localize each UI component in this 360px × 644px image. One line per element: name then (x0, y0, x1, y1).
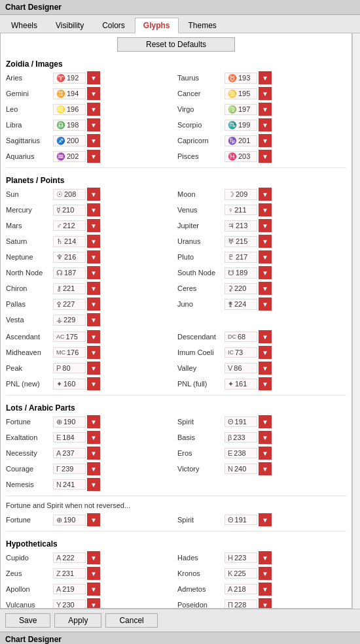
list-item: PNL (new) ✦ 160 ▼ (6, 377, 175, 391)
pnlnew-dropdown[interactable]: ▼ (87, 377, 100, 390)
victory-dropdown[interactable]: ▼ (259, 462, 272, 475)
hades-value: Η 223 (225, 552, 257, 563)
pallas-dropdown[interactable]: ▼ (87, 297, 100, 311)
cancer-value: ♋ 195 (225, 88, 257, 99)
imumcoeli-dropdown[interactable]: ▼ (259, 346, 272, 359)
list-item: Ceres ⚳ 220 ▼ (177, 281, 346, 296)
list-item: Ascendant AC 175 ▼ (6, 330, 175, 344)
peak-dropdown[interactable]: ▼ (87, 362, 100, 375)
libra-dropdown[interactable]: ▼ (87, 118, 100, 131)
pluto-dropdown[interactable]: ▼ (259, 250, 272, 263)
ceres-label: Ceres (177, 284, 225, 292)
cancer-dropdown[interactable]: ▼ (259, 87, 272, 100)
cupido-label: Cupido (6, 554, 53, 562)
fortune-dropdown[interactable]: ▼ (87, 415, 100, 428)
descendant-dropdown[interactable]: ▼ (259, 330, 272, 343)
basis-label: Basis (177, 433, 225, 441)
courage-dropdown[interactable]: ▼ (87, 462, 100, 475)
vesta-dropdown[interactable]: ▼ (87, 313, 100, 326)
exaltation-value: Ε 184 (53, 432, 86, 443)
spirit-dropdown[interactable]: ▼ (259, 415, 272, 428)
list-item: Courage Γ 239 ▼ (6, 462, 175, 476)
moon-dropdown[interactable]: ▼ (259, 188, 272, 201)
pisces-dropdown[interactable]: ▼ (259, 150, 272, 163)
aries-value: ♈ 192 (53, 73, 86, 84)
list-item: Fortune ⊕ 190 ▼ (6, 415, 175, 429)
tab-wheels[interactable]: Wheels (3, 18, 46, 33)
pnlfull-dropdown[interactable]: ▼ (259, 377, 272, 390)
chiron-dropdown[interactable]: ▼ (87, 282, 100, 295)
scorpio-dropdown[interactable]: ▼ (259, 118, 272, 131)
list-item (177, 313, 346, 327)
poseidon-dropdown[interactable]: ▼ (259, 598, 272, 609)
aquarius-dropdown[interactable]: ▼ (87, 150, 100, 163)
apply-button[interactable]: Apply (54, 613, 101, 628)
apollon-value: Α 219 (53, 584, 86, 594)
sun-dropdown[interactable]: ▼ (87, 188, 100, 201)
list-item: Moon ☽ 209 ▼ (177, 187, 346, 201)
fortune2-dropdown[interactable]: ▼ (87, 513, 100, 526)
moon-value: ☽ 209 (225, 189, 257, 200)
save-button[interactable]: Save (5, 613, 50, 628)
apollon-dropdown[interactable]: ▼ (87, 583, 100, 596)
tab-colors[interactable]: Colors (94, 18, 134, 33)
vesta-value: ⚶ 229 (53, 314, 86, 326)
basis-dropdown[interactable]: ▼ (259, 431, 272, 444)
courage-value: Γ 239 (53, 464, 86, 474)
venus-dropdown[interactable]: ▼ (259, 203, 272, 216)
neptune-dropdown[interactable]: ▼ (87, 250, 100, 263)
valley-dropdown[interactable]: ▼ (259, 362, 272, 375)
uranus-dropdown[interactable]: ▼ (259, 235, 272, 248)
ceres-dropdown[interactable]: ▼ (259, 282, 272, 295)
juno-value: ⚵ 224 (225, 299, 257, 310)
ascendant-dropdown[interactable]: ▼ (87, 330, 100, 343)
spirit2-label: Spirit (177, 516, 225, 524)
exaltation-dropdown[interactable]: ▼ (87, 431, 100, 444)
mercury-dropdown[interactable]: ▼ (87, 203, 100, 216)
window-title: Chart Designer (0, 0, 360, 15)
spirit2-dropdown[interactable]: ▼ (259, 513, 272, 526)
necessity-dropdown[interactable]: ▼ (87, 447, 100, 460)
list-item: Cupido Α 222 ▼ (6, 551, 175, 565)
kronos-dropdown[interactable]: ▼ (259, 567, 272, 580)
tab-visibility[interactable]: Visibility (47, 18, 92, 33)
cupido-dropdown[interactable]: ▼ (87, 551, 100, 564)
juno-dropdown[interactable]: ▼ (259, 297, 272, 311)
northnode-dropdown[interactable]: ▼ (87, 266, 100, 279)
southnode-dropdown[interactable]: ▼ (259, 266, 272, 279)
jupiter-dropdown[interactable]: ▼ (259, 219, 272, 232)
list-item: Pisces ♓ 203 ▼ (177, 149, 346, 163)
list-item: Chiron ⚷ 221 ▼ (6, 281, 175, 296)
leo-dropdown[interactable]: ▼ (87, 103, 100, 116)
sagittarius-dropdown[interactable]: ▼ (87, 134, 100, 147)
reset-defaults-button[interactable]: Reset to Defaults (117, 37, 235, 52)
fortune-spirit-note: Fortune and Spirit when not reversed... (1, 500, 351, 511)
vesta-label: Vesta (6, 316, 53, 324)
mars-dropdown[interactable]: ▼ (87, 219, 100, 232)
libra-label: Libra (6, 121, 53, 129)
lots-section-title: Lots / Arabic Parts (1, 399, 351, 415)
list-item: Saturn ♄ 214 ▼ (6, 234, 175, 248)
zeus-dropdown[interactable]: ▼ (87, 567, 100, 580)
admetos-dropdown[interactable]: ▼ (259, 583, 272, 596)
list-item: Leo ♌ 196 ▼ (6, 102, 175, 116)
list-item: Nemesis Ν 241 ▼ (6, 477, 175, 492)
capricorn-dropdown[interactable]: ▼ (259, 134, 272, 147)
tab-themes[interactable]: Themes (180, 18, 225, 33)
vulcanus-dropdown[interactable]: ▼ (87, 598, 100, 609)
aries-dropdown[interactable]: ▼ (87, 71, 100, 84)
tab-glyphs[interactable]: Glyphs (135, 18, 179, 33)
cancel-button[interactable]: Cancel (105, 613, 157, 628)
midheaven-dropdown[interactable]: ▼ (87, 346, 100, 359)
hades-dropdown[interactable]: ▼ (259, 551, 272, 564)
gemini-dropdown[interactable]: ▼ (87, 87, 100, 100)
nemesis-dropdown[interactable]: ▼ (87, 478, 100, 491)
taurus-dropdown[interactable]: ▼ (259, 71, 272, 84)
zeus-label: Zeus (6, 569, 53, 577)
virgo-dropdown[interactable]: ▼ (259, 103, 272, 116)
poseidon-value: Π 228 (225, 600, 257, 609)
saturn-dropdown[interactable]: ▼ (87, 235, 100, 248)
eros-dropdown[interactable]: ▼ (259, 447, 272, 460)
scrollbar[interactable] (352, 33, 360, 609)
northnode-label: North Node (6, 269, 53, 277)
